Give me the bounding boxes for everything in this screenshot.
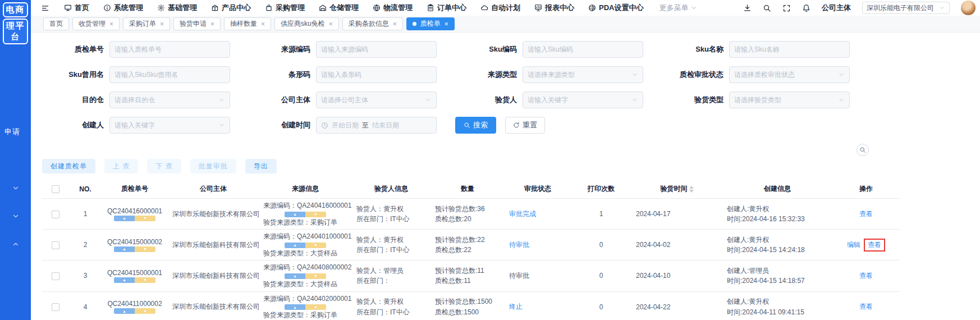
badge-down-icon[interactable]: ▼ bbox=[135, 277, 155, 283]
qc-no-cell: QC240415000001▲▼ bbox=[102, 260, 168, 291]
tab-4[interactable]: 抽样数量× bbox=[224, 17, 271, 30]
badge-down-icon[interactable]: ▼ bbox=[135, 246, 155, 252]
source-info-cell: 来源编码：QA240401000001▲▼验货来源类型：大货样品 bbox=[259, 230, 352, 260]
sidebar-item-partial[interactable]: 申请 bbox=[4, 127, 20, 137]
nav-item-system[interactable]: 系统管理 bbox=[103, 3, 143, 13]
tab-0[interactable]: 首页 bbox=[43, 17, 69, 30]
tab-close-icon[interactable]: × bbox=[261, 21, 265, 28]
filter-label-inspector: 验货人 bbox=[455, 95, 523, 105]
create-qc-button[interactable]: 创建质检单 bbox=[42, 159, 95, 173]
search-button[interactable]: 搜索 bbox=[455, 117, 496, 134]
sku-name-input[interactable]: 请输入Sku名称 bbox=[729, 41, 850, 58]
order-icon bbox=[427, 4, 434, 12]
qc-qty-line: 质检总数:20 bbox=[435, 214, 500, 225]
status-badge[interactable]: 审批完成 bbox=[509, 210, 536, 218]
tab-2[interactable]: 采购订单× bbox=[123, 17, 170, 30]
badge-up-icon[interactable]: ▲ bbox=[114, 246, 135, 252]
tab-1[interactable]: 收货管理× bbox=[72, 17, 120, 30]
down-check-button[interactable]: 下 查 bbox=[147, 159, 181, 173]
row-checkbox[interactable] bbox=[52, 241, 59, 249]
creator-select[interactable]: 请输入关键字 bbox=[109, 117, 230, 134]
badge-down-icon[interactable]: ▼ bbox=[305, 212, 326, 217]
nav-item-more[interactable]: 更多菜单 bbox=[659, 3, 697, 13]
company-entity-select[interactable]: 请选择公司主体 bbox=[316, 92, 437, 108]
badge-up-icon[interactable]: ▲ bbox=[285, 273, 305, 279]
download-icon[interactable] bbox=[743, 4, 752, 12]
badge-up-icon[interactable]: ▲ bbox=[114, 216, 135, 221]
source-type-select[interactable]: 请选择来源类型 bbox=[523, 66, 643, 83]
user-avatar[interactable] bbox=[961, 1, 976, 15]
view-link[interactable]: 查看 bbox=[859, 272, 873, 280]
company-entity-select[interactable]: 深圳乐能电子有限公司 bbox=[862, 2, 950, 14]
tab-close-icon[interactable]: × bbox=[445, 21, 448, 28]
sku-former-name-input[interactable]: 请输入SkuSku曾用名 bbox=[109, 66, 230, 83]
batch-approve-button[interactable]: 批量审批 bbox=[190, 159, 236, 173]
barcode-input[interactable]: 请输入条形码 bbox=[316, 66, 437, 83]
select-all-checkbox[interactable] bbox=[52, 185, 59, 193]
badge-up-icon[interactable]: ▲ bbox=[114, 277, 135, 283]
tab-close-icon[interactable]: × bbox=[329, 21, 333, 28]
tab-6[interactable]: 采购条款信息× bbox=[342, 17, 403, 30]
tab-close-icon[interactable]: × bbox=[160, 21, 164, 28]
qc-approval-status-select[interactable]: 请选择质检审批状态 bbox=[729, 66, 850, 83]
tab-close-icon[interactable]: × bbox=[109, 21, 113, 28]
nav-item-autoplan[interactable]: 自动计划 bbox=[480, 3, 520, 13]
badge-down-icon[interactable]: ▼ bbox=[135, 308, 155, 314]
tab-label: 首页 bbox=[49, 19, 63, 29]
nav-item-warehouse[interactable]: 仓储管理 bbox=[319, 3, 359, 13]
inspect-time-cell: 2024-04-10 bbox=[631, 260, 722, 291]
create-time-input[interactable]: 开始日期至结束日期 bbox=[316, 117, 437, 134]
nav-item-purchase[interactable]: 采购管理 bbox=[265, 3, 305, 13]
sort-icon[interactable] bbox=[689, 186, 694, 193]
nav-item-pda[interactable]: PDA设置中心 bbox=[588, 3, 643, 13]
status-badge[interactable]: 待审批 bbox=[509, 241, 529, 249]
edit-link[interactable]: 编辑 bbox=[847, 241, 860, 249]
sku-code-input[interactable]: 请输入Sku编码 bbox=[523, 41, 643, 58]
view-link[interactable]: 查看 bbox=[859, 303, 873, 310]
nav-item-logistics[interactable]: 物流管理 bbox=[373, 3, 413, 13]
inspect-type-select[interactable]: 请选择验货类型 bbox=[729, 92, 850, 108]
nav-item-report[interactable]: 报表中心 bbox=[534, 3, 574, 13]
badge-up-icon[interactable]: ▲ bbox=[114, 308, 135, 314]
source-code-input[interactable]: 请输入来源编码 bbox=[316, 41, 437, 58]
search-icon[interactable] bbox=[763, 4, 771, 12]
row-checkbox[interactable] bbox=[52, 303, 59, 311]
notification-bell-icon[interactable] bbox=[802, 4, 810, 12]
tab-5[interactable]: 供应商sku免检× bbox=[274, 17, 339, 30]
qc-no-input[interactable]: 请输入质检单号 bbox=[109, 41, 230, 58]
badge-up-icon[interactable]: ▲ bbox=[285, 243, 305, 248]
dest-warehouse-select[interactable]: 请选择目的仓 bbox=[109, 92, 230, 108]
inspector-select[interactable]: 请输入关键字 bbox=[523, 92, 643, 108]
chevron-down-icon[interactable] bbox=[12, 212, 20, 220]
badge-down-icon[interactable]: ▼ bbox=[305, 304, 326, 310]
chevron-down-icon[interactable] bbox=[12, 184, 20, 192]
nav-item-basic[interactable]: 基础管理 bbox=[157, 3, 197, 13]
tab-active-7[interactable]: 质检单× bbox=[406, 17, 455, 30]
tab-close-icon[interactable]: × bbox=[210, 21, 214, 28]
collapse-menu-icon[interactable] bbox=[41, 4, 49, 12]
badge-up-icon[interactable]: ▲ bbox=[285, 304, 305, 310]
view-link[interactable]: 查看 bbox=[859, 210, 873, 218]
up-check-button[interactable]: 上 查 bbox=[104, 159, 138, 173]
export-button[interactable]: 导出 bbox=[245, 159, 277, 173]
row-checkbox[interactable] bbox=[52, 211, 59, 218]
tab-3[interactable]: 验货申请× bbox=[173, 17, 221, 30]
nav-item-product[interactable]: 产品中心 bbox=[211, 3, 251, 13]
status-badge[interactable]: 终止 bbox=[509, 303, 523, 310]
field-placeholder: 请输入关键字 bbox=[115, 121, 215, 130]
badge-up-icon[interactable]: ▲ bbox=[285, 212, 305, 217]
tab-close-icon[interactable]: × bbox=[393, 21, 397, 28]
table-search-button[interactable] bbox=[857, 144, 869, 156]
table-row: 1QC240416000001▲▼深圳市乐能创新技术有限公司(...来源编码：Q… bbox=[42, 199, 900, 230]
nav-item-home[interactable]: 首页 bbox=[64, 3, 89, 13]
row-checkbox[interactable] bbox=[52, 272, 59, 280]
fullscreen-icon[interactable] bbox=[782, 4, 791, 12]
badge-down-icon[interactable]: ▼ bbox=[305, 243, 326, 248]
nav-item-order[interactable]: 订单中心 bbox=[427, 3, 466, 13]
view-link[interactable]: 查看 bbox=[868, 241, 881, 249]
field-placeholder: 请选择质检审批状态 bbox=[734, 70, 835, 80]
badge-down-icon[interactable]: ▼ bbox=[135, 216, 155, 221]
chevron-up-icon[interactable] bbox=[12, 240, 20, 248]
badge-down-icon[interactable]: ▼ bbox=[305, 273, 326, 279]
reset-button[interactable]: 重置 bbox=[505, 117, 545, 134]
